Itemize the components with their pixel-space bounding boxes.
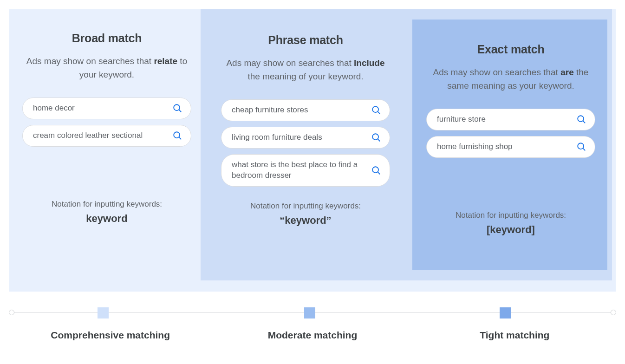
exact-desc: Ads may show on searches that are the sa… [430, 65, 592, 93]
search-pill-text: what store is the best place to find a b… [232, 160, 371, 181]
svg-point-4 [372, 107, 378, 113]
search-icon [371, 132, 381, 143]
broad-title: Broad match [72, 32, 142, 45]
phrase-title: Phrase match [268, 33, 343, 47]
search-pill-text: home decor [33, 103, 172, 114]
exact-notation-label: Notation for inputting keywords: [456, 211, 566, 220]
svg-point-0 [174, 105, 180, 111]
svg-line-13 [583, 149, 586, 151]
svg-line-3 [179, 137, 182, 140]
slider-marker-exact [500, 307, 511, 318]
exact-examples: furniture store home furnishing shop [426, 109, 595, 197]
search-pill: what store is the best place to find a b… [221, 154, 390, 187]
svg-point-12 [578, 143, 584, 149]
search-pill-text: home furnishing shop [437, 142, 576, 152]
search-pill-text: cheap furniture stores [232, 105, 371, 116]
slider-endpoint-right [611, 310, 616, 315]
matching-slider [9, 306, 616, 320]
broad-desc-bold: relate [154, 56, 177, 66]
exact-notation-value: [keyword] [487, 224, 535, 236]
exact-desc-pre: Ads may show on searches that [433, 67, 561, 77]
svg-line-5 [378, 112, 380, 114]
phrase-desc-bold: include [354, 58, 385, 68]
svg-point-8 [372, 167, 378, 173]
search-icon [172, 130, 182, 141]
search-icon [576, 114, 586, 124]
svg-point-10 [578, 116, 584, 122]
phrase-notation-value: “keyword” [280, 214, 331, 227]
search-pill-text: cream colored leather sectional [33, 130, 172, 141]
search-pill: furniture store [426, 109, 595, 130]
phrase-notation-label: Notation for inputting keywords: [250, 202, 361, 211]
slider-label-broad: Comprehensive matching [9, 330, 211, 341]
search-pill: cheap furniture stores [221, 99, 390, 121]
search-pill-text: furniture store [437, 114, 576, 125]
svg-point-6 [372, 134, 378, 140]
broad-examples: home decor cream colored leather section… [22, 98, 191, 186]
exact-desc-bold: are [560, 67, 574, 77]
search-pill: home furnishing shop [426, 136, 595, 158]
search-pill: cream colored leather sectional [22, 125, 191, 147]
svg-point-2 [174, 132, 180, 138]
broad-notation-label: Notation for inputting keywords: [52, 200, 162, 209]
search-icon [371, 105, 381, 115]
svg-line-7 [378, 139, 380, 142]
slider-label-phrase: Moderate matching [211, 330, 413, 341]
search-icon [576, 142, 586, 152]
slider-labels: Comprehensive matching Moderate matching… [9, 330, 616, 341]
slider-label-exact: Tight matching [414, 330, 616, 341]
phrase-desc-pre: Ads may show on searches that [226, 58, 354, 68]
slider-marker-phrase [304, 307, 315, 318]
broad-desc-pre: Ads may show on searches that [26, 56, 154, 66]
broad-desc: Ads may show on searches that relate to … [26, 54, 188, 82]
column-broad: Broad match Ads may show on searches tha… [9, 9, 204, 240]
slider-marker-broad [98, 307, 109, 318]
column-exact: Exact match Ads may show on searches tha… [413, 20, 608, 251]
exact-title: Exact match [477, 43, 544, 56]
search-icon [371, 165, 381, 176]
column-phrase: Phrase match Ads may show on searches th… [208, 11, 403, 241]
search-pill: home decor [22, 98, 191, 119]
phrase-desc: Ads may show on searches that include th… [224, 56, 387, 84]
search-icon [172, 103, 182, 113]
broad-notation-value: keyword [86, 213, 127, 225]
svg-line-1 [179, 110, 182, 112]
svg-line-11 [583, 121, 586, 124]
search-pill-text: living room furniture deals [232, 132, 371, 143]
search-pill: living room furniture deals [221, 127, 390, 149]
svg-line-9 [378, 172, 380, 174]
phrase-desc-post: the meaning of your keyword. [247, 72, 363, 81]
phrase-examples: cheap furniture stores living room furni… [221, 99, 390, 188]
slider-endpoint-left [9, 310, 14, 315]
